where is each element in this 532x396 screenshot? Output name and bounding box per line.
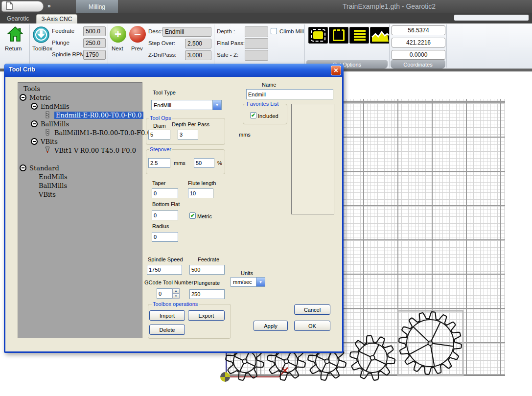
tree-item-endmill[interactable]: Endmill-E-R0.00-T0.0-F0.0 xyxy=(18,111,142,120)
next-label: Next xyxy=(112,46,123,51)
toolbar-separator xyxy=(29,24,30,68)
export-button[interactable]: Export xyxy=(188,310,225,321)
cancel-button[interactable]: Cancel xyxy=(294,304,330,315)
tree-label[interactable]: VBit1-V-R0.00-T45.0-F0.0 xyxy=(54,147,136,154)
delete-button[interactable]: Delete xyxy=(149,325,185,335)
percent-label: % xyxy=(217,160,222,166)
plungerate-input[interactable] xyxy=(189,289,225,299)
z-dn-pass-field[interactable] xyxy=(185,50,211,60)
tree-label[interactable]: VBits xyxy=(41,138,58,145)
tree-item-ballmill[interactable]: BallMillM1-B-R0.00-T0.0-F0.0 xyxy=(18,129,142,138)
tree-node-vbits[interactable]: VBits xyxy=(18,138,142,146)
stepover-pct-input[interactable] xyxy=(194,158,214,168)
coordinate-x-field xyxy=(392,25,445,35)
tree-label[interactable]: EndMills xyxy=(39,173,68,181)
tree-node-standard[interactable]: Standard xyxy=(18,164,142,173)
tree-label[interactable]: BallMillM1-B-R0.00-T0.0-F0.0 xyxy=(54,129,151,137)
ballmill-icon xyxy=(45,129,50,138)
tree-label-selected[interactable]: Endmill-E-R0.00-T0.0-F0.0 xyxy=(54,112,143,119)
relief-carve-button[interactable] xyxy=(370,27,390,44)
tab-milling[interactable]: Milling xyxy=(76,0,118,13)
tool-type-dropdown[interactable]: EndMill ▼ xyxy=(151,100,222,110)
tree-node-std-endmills[interactable]: EndMills xyxy=(18,173,142,182)
tree-node-ballmills[interactable]: BallMills xyxy=(18,120,142,129)
collapse-icon[interactable] xyxy=(31,103,38,110)
chevron-down-icon[interactable]: ▼ xyxy=(256,278,265,286)
spinner-down-icon[interactable]: ▼ xyxy=(172,294,180,299)
tree-node-std-vbits[interactable]: VBits xyxy=(18,190,142,199)
plunge-field[interactable] xyxy=(83,38,106,48)
apply-button[interactable]: Apply xyxy=(254,321,288,331)
gcode-spinner[interactable]: ▲▼ xyxy=(172,288,180,299)
spindle-rpm-field[interactable] xyxy=(83,50,106,60)
mms-unit-label: mms xyxy=(239,132,251,138)
prev-tool-button[interactable]: − xyxy=(129,26,146,43)
tab-3-axis-cnc[interactable]: 3-Axis CNC xyxy=(36,14,77,23)
name-input[interactable] xyxy=(246,89,333,99)
collapse-icon[interactable] xyxy=(31,138,38,145)
units-dropdown[interactable]: mm/sec ▼ xyxy=(231,277,265,287)
taper-input[interactable] xyxy=(152,188,178,198)
depth-label: Depth : xyxy=(217,28,235,34)
new-document-button[interactable] xyxy=(1,1,44,12)
feedrate-input[interactable] xyxy=(189,265,225,275)
cut-outline-filled-button[interactable] xyxy=(308,27,328,44)
toolbox-button[interactable] xyxy=(32,26,50,44)
metric-checkbox[interactable]: ✔ xyxy=(189,212,196,219)
step-over-field[interactable] xyxy=(185,39,211,48)
next-tool-button[interactable]: + xyxy=(110,26,126,43)
dialog-titlebar[interactable]: Tool Crib ✕ xyxy=(4,64,344,77)
desc-field[interactable] xyxy=(162,27,211,37)
bottom-flat-input[interactable] xyxy=(152,210,178,220)
cut-pocket-button[interactable] xyxy=(349,27,369,44)
coordinate-z-field xyxy=(392,50,445,60)
feedrate-field[interactable] xyxy=(83,26,106,36)
tool-crib-dialog: Tool Crib ✕ Tools Metric EndMills Endmil… xyxy=(4,64,344,353)
tree-item-vbit[interactable]: VBit1-V-R0.00-T45.0-F0.0 xyxy=(18,146,142,155)
import-button[interactable]: Import xyxy=(149,310,185,321)
tree-label[interactable]: BallMills xyxy=(41,120,69,128)
depth-per-pass-input[interactable] xyxy=(178,130,198,140)
diam-input[interactable] xyxy=(148,130,170,140)
ok-button[interactable]: OK xyxy=(294,321,330,331)
tree-label[interactable]: EndMills xyxy=(41,103,69,110)
close-button[interactable]: ✕ xyxy=(331,66,341,75)
tree-label[interactable]: VBits xyxy=(39,191,56,198)
spinner-up-icon[interactable]: ▲ xyxy=(172,288,180,294)
collapse-icon[interactable] xyxy=(20,164,26,171)
chevron-down-icon[interactable]: ▼ xyxy=(212,100,221,110)
return-button[interactable] xyxy=(7,26,23,43)
flute-length-input[interactable] xyxy=(188,188,213,198)
tool-tree[interactable]: Tools Metric EndMills Endmill-E-R0.00-T0… xyxy=(18,82,142,338)
included-checkbox[interactable]: ✔ xyxy=(250,112,256,118)
toolbar-separator xyxy=(304,24,305,68)
tree-node-std-ballmills[interactable]: BallMills xyxy=(18,182,142,190)
cut-outline-button[interactable] xyxy=(329,27,348,44)
z-dn-pass-label: Z-Dn/Pass: xyxy=(148,52,177,58)
depth-field[interactable] xyxy=(245,26,268,37)
tab-gearotic[interactable]: Gearotic xyxy=(7,15,29,22)
collapse-icon[interactable] xyxy=(20,94,26,101)
pocket-lines-icon xyxy=(350,37,370,46)
collapse-icon[interactable] xyxy=(31,120,38,127)
tree-node-metric[interactable]: Metric xyxy=(18,93,142,102)
final-pass-field[interactable] xyxy=(245,38,268,49)
tree-label[interactable]: Standard xyxy=(29,164,59,172)
toolbar-separator xyxy=(214,24,214,68)
toolbox-icon xyxy=(32,37,50,45)
safe-z-field[interactable] xyxy=(245,50,268,61)
close-icon: ✕ xyxy=(333,67,338,74)
spindle-speed-input[interactable] xyxy=(147,265,182,275)
tree-label[interactable]: BallMills xyxy=(39,182,67,189)
favorites-listbox[interactable] xyxy=(291,104,334,214)
tree-node-endmills[interactable]: EndMills xyxy=(18,102,142,111)
gcode-tool-number-input[interactable] xyxy=(157,288,172,299)
bottom-flat-label: Bottom Flat xyxy=(152,201,180,207)
climb-mill-checkbox[interactable] xyxy=(271,28,277,34)
outline-region-icon xyxy=(333,29,345,41)
overflow-chevron[interactable]: » xyxy=(47,2,51,9)
stepover-mm-input[interactable] xyxy=(148,158,170,168)
radius-input[interactable] xyxy=(152,232,178,242)
tree-label[interactable]: Metric xyxy=(29,94,51,101)
feedrate-label: Feedrate xyxy=(52,28,74,34)
